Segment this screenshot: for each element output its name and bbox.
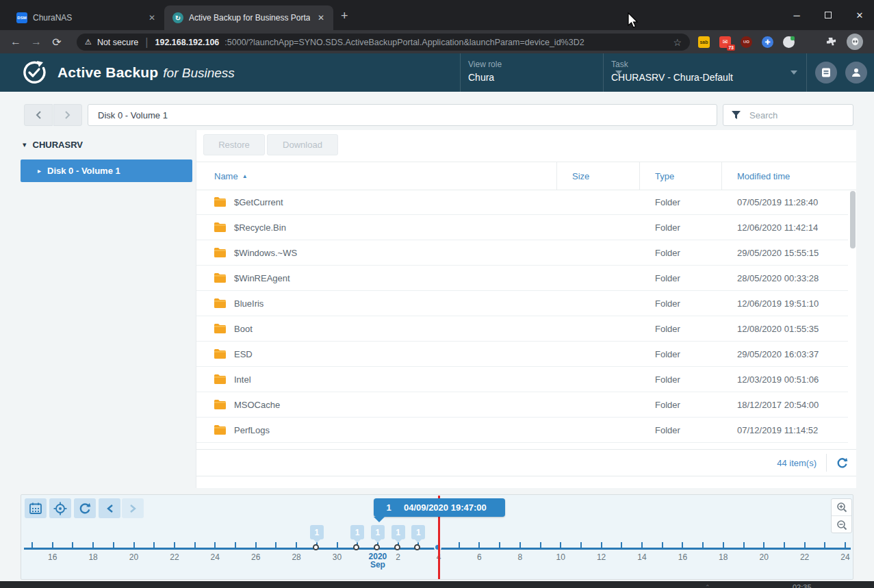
puzzle-extension-icon[interactable] (804, 36, 816, 48)
file-modified-time: 29/05/2020 15:55:15 (722, 240, 848, 266)
backup-point-marker[interactable] (374, 544, 380, 550)
backup-count-badge[interactable]: 1 (391, 525, 405, 539)
timeline-tick (478, 542, 480, 548)
view-role-dropdown[interactable]: View role Chura (460, 53, 603, 92)
table-row[interactable]: $GetCurrentFolder07/05/2019 11:28:40 (196, 190, 848, 215)
file-browser-panel: Restore Download Name▲ Size Type Modifie… (196, 130, 856, 488)
table-row[interactable]: MSOCacheFolder18/12/2017 20:54:00 (196, 392, 848, 418)
user-account-button[interactable] (845, 62, 867, 84)
table-row[interactable]: $WinREAgentFolder28/05/2020 00:33:28 (196, 266, 848, 291)
browser-profile-avatar[interactable] (847, 34, 863, 50)
file-type: Folder (640, 215, 722, 240)
table-row[interactable]: $Windows.~WSFolder29/05/2020 15:55:15 (196, 240, 848, 266)
timeline-locate-button[interactable] (49, 498, 71, 518)
refresh-list-button[interactable] (836, 457, 848, 469)
timeline-next-button[interactable] (122, 498, 144, 518)
timeline-calendar-button[interactable] (25, 498, 47, 518)
backup-count-badge[interactable]: 1 (310, 525, 324, 539)
forward-icon[interactable]: → (26, 36, 47, 48)
backup-count-badge[interactable]: 1 (371, 525, 385, 539)
file-modified-time: 12/06/2020 11:42:14 (722, 215, 848, 240)
column-header-name[interactable]: Name▲ (196, 162, 557, 190)
file-size (557, 367, 640, 392)
document-list-icon (821, 67, 832, 78)
tab-close-icon[interactable]: ✕ (146, 12, 157, 23)
file-size (557, 316, 640, 342)
column-header-modified[interactable]: Modified time (722, 162, 848, 190)
timeline-tick (92, 542, 94, 548)
log-button[interactable] (815, 62, 837, 84)
table-row[interactable]: $Recycle.BinFolder12/06/2020 11:42:14 (196, 215, 848, 240)
file-size (557, 240, 640, 266)
browser-tab-churanas[interactable]: DSM ChuraNAS ✕ (8, 5, 164, 30)
backup-count-badge[interactable]: 1 (411, 525, 425, 539)
bookmark-star-icon[interactable]: ☆ (673, 37, 682, 48)
sort-ascending-icon: ▲ (242, 173, 248, 179)
path-breadcrumb-field[interactable]: Disk 0 - Volume 1 (88, 104, 717, 126)
timeline-tick-label: 18 (710, 552, 737, 562)
table-row[interactable]: BootFolder12/08/2020 01:55:35 (196, 316, 848, 342)
window-maximize-button[interactable] (812, 0, 844, 30)
new-tab-button[interactable]: + (341, 10, 348, 22)
not-secure-label: Not secure (97, 38, 138, 47)
timeline-refresh-button[interactable] (74, 498, 96, 518)
tab-close-icon[interactable]: ✕ (316, 12, 326, 23)
task-label: Task (611, 60, 806, 69)
restore-button[interactable]: Restore (203, 134, 265, 155)
zoom-in-button[interactable] (832, 499, 851, 516)
file-modified-time: 12/06/2019 19:51:10 (722, 291, 848, 316)
shield-extension-icon[interactable]: UO (741, 36, 752, 48)
history-forward-button[interactable] (53, 104, 82, 126)
back-icon[interactable]: ← (5, 36, 26, 48)
extensions-puzzle-icon[interactable] (825, 36, 837, 48)
table-footer: 44 item(s) (196, 449, 856, 476)
timeline-tick-label: 20 (120, 552, 148, 562)
file-type: Folder (640, 240, 722, 266)
sidebar-item-disk0-volume1[interactable]: ▸ Disk 0 - Volume 1 (21, 159, 192, 182)
history-back-button[interactable] (24, 104, 53, 126)
sidebar-server-node[interactable]: ▾ CHURASRV (23, 140, 83, 150)
extension-icons: sab✉73UO✚ ⋮ (698, 30, 874, 53)
column-header-size[interactable]: Size (557, 162, 640, 190)
timeline-tick-label: 16 (39, 552, 66, 562)
selected-backup-tooltip[interactable]: 1 04/09/2020 19:47:00 (374, 498, 505, 517)
timeline-previous-button[interactable] (99, 498, 120, 518)
timeline-tick-label: 24 (832, 552, 859, 562)
file-name: BlueIris (234, 298, 264, 309)
file-size (557, 392, 640, 418)
address-bar[interactable]: ⚠ Not secure | 192.168.192.106:5000/?lau… (77, 34, 690, 51)
file-size (557, 291, 640, 316)
extension-badge: 73 (727, 44, 735, 51)
backup-count-badge[interactable]: 1 (350, 525, 364, 539)
chevron-left-icon (106, 504, 114, 513)
backup-point-marker[interactable] (313, 544, 319, 550)
folder-icon (214, 248, 226, 257)
window-minimize-button[interactable]: ─ (781, 0, 812, 30)
file-name: PerfLogs (234, 425, 270, 435)
not-secure-warning-icon[interactable]: ⚠ (85, 38, 92, 47)
table-row[interactable]: IntelFolder12/03/2019 00:51:06 (196, 367, 848, 392)
download-button[interactable]: Download (267, 134, 338, 155)
timeline-tick (153, 542, 155, 548)
file-modified-time: 12/08/2020 01:55:35 (722, 316, 848, 342)
browser-tab-active-backup[interactable]: ↻ Active Backup for Business Portal ✕ (164, 5, 333, 30)
taskbar-clock: 02:35 (793, 583, 812, 588)
timeline-tick (519, 542, 521, 548)
sab-extension-icon[interactable]: sab (698, 36, 710, 48)
table-scrollbar[interactable] (850, 191, 856, 248)
search-input[interactable] (748, 110, 845, 121)
column-header-type[interactable]: Type (640, 162, 722, 190)
cross-extension-icon[interactable]: ✚ (762, 36, 773, 48)
table-row[interactable]: BlueIrisFolder12/06/2019 19:51:10 (196, 291, 848, 316)
reload-icon[interactable]: ⟳ (47, 36, 67, 49)
calendar-icon (29, 502, 42, 514)
mail-extension-icon[interactable]: ✉73 (719, 36, 731, 48)
task-dropdown[interactable]: Task CHURASRV - Chura-Default (603, 53, 806, 92)
window-close-button[interactable]: ✕ (844, 0, 874, 30)
table-row[interactable]: ESDFolder29/05/2020 16:03:37 (196, 342, 848, 367)
globe-extension-icon[interactable] (783, 36, 795, 48)
zoom-out-button[interactable] (832, 516, 851, 533)
table-row[interactable]: PerfLogsFolder07/12/2019 11:14:52 (196, 418, 848, 443)
backup-point-marker[interactable] (394, 544, 400, 550)
search-box[interactable] (723, 104, 853, 126)
